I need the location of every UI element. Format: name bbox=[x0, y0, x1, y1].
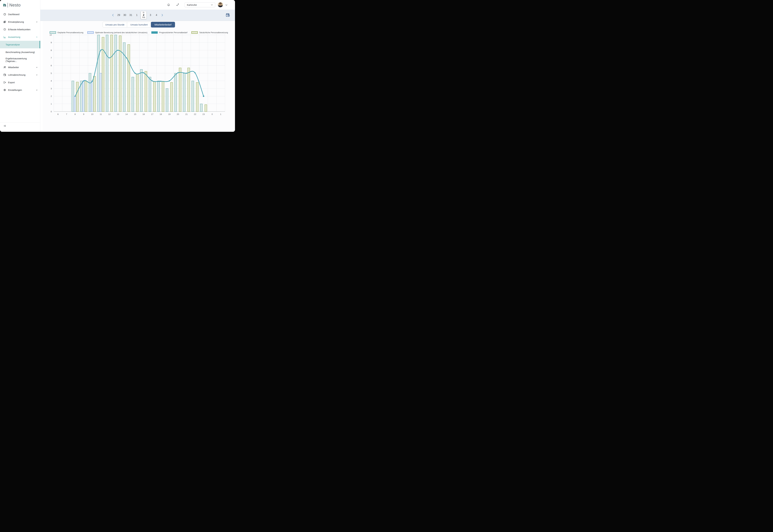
topbar: Karlsruhe bbox=[40, 0, 235, 10]
wallet-icon bbox=[3, 73, 6, 76]
fullscreen-expand-icon[interactable] bbox=[176, 3, 179, 6]
date-band: 2930311Fr2Feb34 bbox=[40, 10, 235, 21]
sidebar-item-erfasste-arbeitszeiten[interactable]: Erfasste Arbeitszeiten bbox=[0, 26, 40, 33]
day-button[interactable]: 31 bbox=[128, 14, 133, 17]
app-window: n Nesto DashboardEinsatzplanungErfasste … bbox=[0, 0, 235, 132]
sidebar-item-einstellungen[interactable]: Einstellungen bbox=[0, 86, 40, 94]
sidebar-item-label: Auswertung bbox=[8, 36, 20, 38]
legend-item-prognose[interactable]: Prognostizierter Personalbedarf bbox=[151, 31, 187, 34]
svg-text:1: 1 bbox=[220, 113, 222, 115]
sidebar-item-label: Ergebnisauswertung (Tagesau... bbox=[6, 57, 38, 62]
calendar-clock-icon[interactable] bbox=[225, 13, 231, 18]
location-select-value: Karlsruhe bbox=[187, 4, 197, 6]
legend-label: Geplante Personalbesetzung bbox=[57, 31, 83, 34]
svg-text:0: 0 bbox=[212, 113, 213, 115]
sidebar-item-dashboard[interactable]: Dashboard bbox=[0, 11, 40, 18]
date-navigation: 2930311Fr2Feb34 bbox=[111, 10, 164, 21]
previous-days-chevron-left-icon[interactable] bbox=[111, 13, 115, 17]
svg-text:22: 22 bbox=[194, 113, 196, 115]
sidebar-item-benchmarking[interactable]: Benchmarking (Auswertung) bbox=[0, 48, 40, 56]
svg-text:11: 11 bbox=[100, 113, 102, 115]
tab-mitarbeiterbedarf[interactable]: Mitarbeiterbedarf bbox=[151, 22, 175, 27]
svg-text:10: 10 bbox=[91, 113, 93, 115]
day-button[interactable]: 1 bbox=[134, 14, 139, 17]
svg-text:9: 9 bbox=[51, 41, 52, 44]
svg-text:8: 8 bbox=[51, 49, 52, 51]
chevron-down-icon bbox=[36, 21, 38, 23]
svg-text:1: 1 bbox=[51, 103, 52, 105]
sidebar-item-label: Erfasste Arbeitszeiten bbox=[8, 28, 30, 31]
next-days-chevron-right-icon[interactable] bbox=[160, 13, 164, 17]
sidebar-item-label: Lohnabrechnung bbox=[8, 74, 25, 76]
user-menu-chevron-down-icon[interactable] bbox=[225, 4, 228, 7]
sidebar-item-einsatzplanung[interactable]: Einsatzplanung bbox=[0, 18, 40, 26]
tab-umsatz-pro-stunde[interactable]: Umsatz pro Stunde bbox=[103, 22, 127, 27]
dashboard-icon bbox=[3, 13, 6, 16]
sidebar-item-label: Mitarbeiter bbox=[8, 66, 19, 69]
clock-icon bbox=[3, 28, 6, 31]
export-icon bbox=[3, 81, 6, 84]
svg-text:12: 12 bbox=[108, 113, 110, 115]
selected-day-number: 2 bbox=[142, 14, 145, 17]
svg-text:6: 6 bbox=[57, 113, 59, 115]
legend-swatch-ist bbox=[191, 31, 198, 34]
selected-day-card[interactable]: Fr2Feb bbox=[141, 11, 146, 19]
sidebar-item-mitarbeiter[interactable]: Mitarbeiter bbox=[0, 63, 40, 71]
chevron-down-icon bbox=[211, 4, 213, 6]
svg-text:17: 17 bbox=[151, 113, 153, 115]
svg-text:18: 18 bbox=[159, 113, 162, 115]
legend-item-ist[interactable]: Tatsächliche Personalbesetzung bbox=[191, 31, 228, 34]
chart-legend: Geplante PersonalbesetzungOptimale Beset… bbox=[43, 31, 235, 34]
chevron-up-icon bbox=[36, 36, 38, 38]
location-select[interactable]: Karlsruhe bbox=[184, 2, 215, 7]
day-button[interactable]: 29 bbox=[116, 14, 121, 17]
selected-day-weekday: Fr bbox=[142, 12, 145, 14]
day-button[interactable]: 30 bbox=[122, 14, 127, 17]
sidebar-item-label: Benchmarking (Auswertung) bbox=[6, 51, 35, 53]
sidebar-item-label: Tagesanalyse bbox=[6, 43, 20, 46]
collapse-sidebar-icon[interactable] bbox=[3, 125, 6, 128]
sidebar-item-export[interactable]: Export bbox=[0, 79, 40, 86]
sidebar-item-tagesanalyse[interactable]: Tagesanalyse bbox=[0, 41, 40, 48]
svg-text:8: 8 bbox=[74, 113, 76, 115]
logo-divider bbox=[8, 3, 8, 7]
sidebar-item-lohnabrechnung[interactable]: Lohnabrechnung bbox=[0, 71, 40, 79]
chevron-down-icon bbox=[36, 89, 38, 91]
legend-item-optimal[interactable]: Optimale Besetzung (anhand des tatsächli… bbox=[87, 31, 147, 34]
legend-item-geplant[interactable]: Geplante Personalbesetzung bbox=[50, 31, 83, 34]
sidebar-item-auswertung[interactable]: Auswertung bbox=[0, 33, 40, 41]
svg-text:13: 13 bbox=[117, 113, 119, 115]
sidebar-item-label: Export bbox=[8, 81, 15, 84]
svg-text:7: 7 bbox=[51, 57, 52, 59]
legend-swatch-prognose bbox=[151, 31, 158, 34]
svg-text:14: 14 bbox=[125, 113, 128, 115]
staffing-chart: 0123456789106789101112131415161718192021… bbox=[43, 21, 235, 132]
chevron-down-icon bbox=[36, 66, 38, 68]
sidebar-item-label: Einsatzplanung bbox=[8, 21, 24, 23]
logo-wordmark: Nesto bbox=[9, 3, 21, 8]
chart-icon bbox=[3, 36, 6, 39]
chevron-down-icon bbox=[36, 74, 38, 76]
day-button[interactable]: 4 bbox=[154, 14, 159, 17]
legend-label: Prognostizierter Personalbedarf bbox=[159, 31, 187, 34]
svg-text:9: 9 bbox=[83, 113, 84, 115]
day-button[interactable]: 3 bbox=[148, 14, 153, 17]
svg-text:7: 7 bbox=[66, 113, 67, 115]
users-icon bbox=[3, 66, 6, 69]
svg-text:20: 20 bbox=[177, 113, 179, 115]
chart-tabs: Umsatz pro StundeUmsatz kumuliertMitarbe… bbox=[103, 22, 175, 27]
legend-label: Tatsächliche Personalbesetzung bbox=[199, 31, 228, 34]
sidebar-item-ergebnisauswertung[interactable]: Ergebnisauswertung (Tagesau... bbox=[0, 56, 40, 63]
svg-text:2: 2 bbox=[51, 95, 52, 97]
svg-text:0: 0 bbox=[51, 110, 52, 113]
svg-text:5: 5 bbox=[51, 72, 52, 74]
svg-text:3: 3 bbox=[51, 87, 52, 90]
sidebar-footer bbox=[0, 122, 40, 130]
sidebar-item-label: Einstellungen bbox=[8, 89, 22, 91]
svg-text:23: 23 bbox=[203, 113, 205, 115]
planning-icon bbox=[3, 20, 6, 23]
tab-umsatz-kumuliert[interactable]: Umsatz kumuliert bbox=[127, 22, 151, 27]
user-avatar[interactable] bbox=[218, 2, 223, 7]
notifications-bell-icon[interactable] bbox=[167, 3, 170, 6]
svg-text:10: 10 bbox=[49, 34, 52, 36]
